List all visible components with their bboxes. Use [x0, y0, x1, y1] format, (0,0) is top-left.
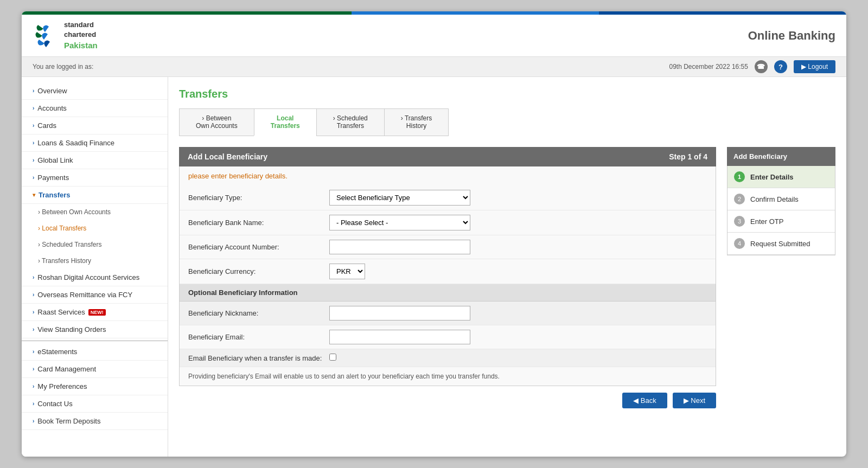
- step-3-enter-otp: 3 Enter OTP: [727, 210, 835, 233]
- currency-select[interactable]: PKR USD EUR GBP: [329, 264, 365, 279]
- form-instruction: please enter beneficiary details.: [180, 166, 716, 185]
- arrow-icon: ›: [33, 157, 34, 163]
- sidebar-item-overseas[interactable]: › Overseas Remittance via FCY: [22, 286, 168, 304]
- sidebar-item-local-transfers[interactable]: › Local Transfers: [22, 220, 168, 236]
- bank-name-select[interactable]: - Please Select -: [329, 215, 470, 230]
- sidebar-item-between-own[interactable]: › Between Own Accounts: [22, 204, 168, 220]
- sidebar-item-transfers-history[interactable]: › Transfers History: [22, 253, 168, 269]
- tab-history[interactable]: › TransfersHistory: [384, 108, 449, 136]
- form-row-beneficiary-type: Beneficiary Type: Select Beneficiary Typ…: [180, 185, 716, 210]
- step-2-label: Confirm Details: [750, 195, 799, 203]
- content-area: Transfers › BetweenOwn Accounts LocalTra…: [168, 77, 846, 457]
- beneficiary-type-select[interactable]: Select Beneficiary Type Individual Corpo…: [329, 190, 470, 206]
- form-header: Add Local Beneficiary Step 1 of 4: [179, 147, 716, 166]
- step-1-number: 1: [734, 171, 745, 182]
- sidebar-item-cards[interactable]: › Cards: [22, 117, 168, 134]
- tab-scheduled[interactable]: › ScheduledTransfers: [316, 108, 384, 136]
- arrow-icon: ›: [33, 383, 34, 389]
- control-email: [329, 330, 707, 344]
- label-account-number: Beneficiary Account Number:: [188, 243, 329, 251]
- tab-local-transfers[interactable]: LocalTransfers: [254, 108, 316, 136]
- control-email-checkbox: [329, 354, 707, 362]
- tab-between-own[interactable]: › BetweenOwn Accounts: [179, 108, 254, 136]
- stepper-panel: Add Beneficiary 1 Enter Details 2 Confir…: [727, 147, 835, 415]
- label-currency: Beneficiary Currency:: [188, 267, 329, 275]
- arrow-icon: ›: [33, 274, 34, 280]
- email-input[interactable]: [329, 330, 470, 344]
- sidebar-item-raast[interactable]: › Raast Services NEW!: [22, 304, 168, 321]
- arrow-icon: ▾: [33, 192, 35, 198]
- step-1-label: Enter Details: [750, 173, 793, 181]
- account-number-input[interactable]: [329, 240, 470, 254]
- arrow-icon: ›: [33, 88, 34, 94]
- sidebar-item-contact[interactable]: › Contact Us: [22, 395, 168, 413]
- sidebar-item-scheduled[interactable]: › Scheduled Transfers: [22, 236, 168, 253]
- back-button[interactable]: ◀ Back: [622, 393, 667, 408]
- next-button[interactable]: ▶ Next: [673, 393, 716, 408]
- arrow-icon: ›: [33, 175, 34, 181]
- header: standardchartered Pakistan Online Bankin…: [22, 15, 846, 57]
- form-row-email-checkbox: Email Beneficiary when a transfer is mad…: [180, 349, 716, 367]
- arrow-icon: ›: [33, 366, 34, 372]
- form-row-account-number: Beneficiary Account Number:: [180, 235, 716, 259]
- arrow-icon: ›: [33, 292, 34, 298]
- step-4-number: 4: [734, 238, 745, 249]
- sidebar-item-term-deposits[interactable]: › Book Term Deposits: [22, 413, 168, 430]
- form-container: Add Local Beneficiary Step 1 of 4 please…: [179, 147, 835, 415]
- sidebar-item-payments[interactable]: › Payments: [22, 169, 168, 187]
- help-icon[interactable]: ?: [774, 60, 787, 73]
- form-row-nickname: Beneficiary Nickname:: [180, 302, 716, 325]
- sc-logo-icon: [33, 22, 60, 49]
- step-2-number: 2: [734, 194, 745, 204]
- step-label: Step 1 of 4: [669, 152, 707, 161]
- sidebar-item-loans[interactable]: › Loans & Saadiq Finance: [22, 134, 168, 152]
- label-beneficiary-type: Beneficiary Type:: [188, 194, 329, 202]
- control-currency: PKR USD EUR GBP: [329, 264, 707, 279]
- sidebar-item-estatements[interactable]: › eStatements: [22, 343, 168, 361]
- page-title: Transfers: [179, 88, 835, 100]
- sidebar-item-roshan[interactable]: › Roshan Digital Account Services: [22, 269, 168, 286]
- nickname-input[interactable]: [329, 306, 470, 320]
- form-row-email: Beneficiary Email:: [180, 325, 716, 349]
- arrow-icon: ›: [33, 123, 34, 129]
- arrow-icon: ›: [33, 401, 34, 407]
- control-beneficiary-type: Select Beneficiary Type Individual Corpo…: [329, 190, 707, 206]
- arrow-icon: ›: [33, 140, 34, 146]
- form-row-bank-name: Beneficiary Bank Name: - Please Select -: [180, 210, 716, 235]
- sidebar-item-accounts[interactable]: › Accounts: [22, 100, 168, 117]
- label-email-checkbox: Email Beneficiary when a transfer is mad…: [188, 354, 329, 362]
- optional-section-header: Optional Beneficiary Information: [180, 284, 716, 302]
- step-3-label: Enter OTP: [750, 217, 783, 226]
- login-bar-right: 09th December 2022 16:55 ☎ ? ▶ Logout: [669, 60, 835, 73]
- sidebar-item-transfers[interactable]: ▾ Transfers: [22, 187, 168, 204]
- sidebar-item-globallink[interactable]: › Global Link: [22, 152, 168, 169]
- arrow-icon: ›: [33, 309, 34, 315]
- login-bar: You are logged in as: 09th December 2022…: [22, 57, 846, 77]
- control-nickname: [329, 306, 707, 320]
- form-title: Add Local Beneficiary: [188, 152, 267, 161]
- phone-icon[interactable]: ☎: [755, 60, 768, 73]
- tabs-container: › BetweenOwn Accounts LocalTransfers › S…: [179, 108, 835, 136]
- step-1-enter-details: 1 Enter Details: [727, 166, 835, 188]
- arrow-icon: ›: [33, 326, 34, 332]
- logout-button[interactable]: ▶ Logout: [794, 60, 835, 73]
- sidebar-item-card-management[interactable]: › Card Management: [22, 361, 168, 378]
- form-main: Add Local Beneficiary Step 1 of 4 please…: [179, 147, 716, 415]
- main-layout: › Overview › Accounts › Cards › Loans & …: [22, 77, 846, 457]
- logo-area: standardchartered Pakistan: [33, 20, 98, 51]
- arrow-icon: ›: [33, 418, 34, 424]
- stepper-header: Add Beneficiary: [727, 147, 835, 166]
- step-4-label: Request Submitted: [750, 240, 810, 248]
- step-2-confirm-details: 2 Confirm Details: [727, 188, 835, 210]
- email-checkbox[interactable]: [329, 354, 336, 361]
- step-4-request-submitted: 4 Request Submitted: [727, 233, 835, 255]
- form-row-currency: Beneficiary Currency: PKR USD EUR GBP: [180, 259, 716, 284]
- form-info-text: Providing beneficiary's Email will enabl…: [180, 367, 716, 386]
- label-bank-name: Beneficiary Bank Name:: [188, 219, 329, 227]
- sidebar-item-preferences[interactable]: › My Preferences: [22, 378, 168, 395]
- sidebar-item-overview[interactable]: › Overview: [22, 82, 168, 100]
- arrow-icon: ›: [33, 349, 34, 355]
- sidebar-item-standing-orders[interactable]: › View Standing Orders: [22, 321, 168, 338]
- datetime-text: 09th December 2022 16:55: [669, 63, 748, 70]
- label-nickname: Beneficiary Nickname:: [188, 309, 329, 317]
